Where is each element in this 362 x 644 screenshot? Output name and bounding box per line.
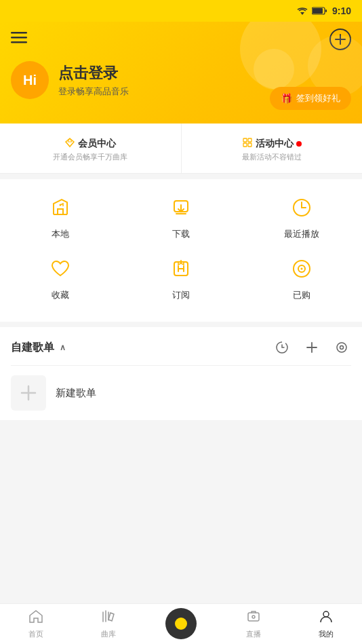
svg-marker-0 [300,12,304,15]
menu-icon[interactable] [11,32,27,48]
download-label: 下载 [172,228,190,240]
playlist-title: 自建歌单 [11,341,54,355]
settings-icon-button[interactable] [332,338,351,357]
purchased-label: 已购 [293,289,310,301]
subscribe-label: 订阅 [172,289,190,301]
profile-label: 我的 [319,629,334,639]
nav-item-profile[interactable]: 我的 [289,609,362,639]
playlist-section: 自建歌单 ∧ [0,327,362,420]
new-playlist-thumb [11,375,46,411]
activity-title: 活动中心 [242,137,302,150]
sign-button[interactable]: 🎁 签到领好礼 [270,87,351,110]
wifi-icon [297,7,308,15]
svg-point-22 [301,268,303,270]
library-icon [101,609,116,627]
local-icon [45,193,75,223]
svg-point-23 [337,343,346,352]
grid-item-download[interactable]: 下载 [147,193,215,240]
svg-rect-11 [243,138,247,142]
nav-item-play[interactable] [145,608,218,641]
playlist-header-left[interactable]: 自建歌单 ∧ [11,341,66,355]
svg-rect-14 [248,143,252,147]
download-icon [166,193,196,223]
home-icon [28,609,43,627]
local-label: 本地 [52,228,69,240]
new-playlist-item[interactable]: 新建歌单 [11,366,351,420]
play-inner-dot [175,618,187,630]
playlist-header-right [273,338,351,357]
status-time: 9:10 [332,5,351,16]
svg-rect-25 [248,613,259,621]
bg-circle-3 [254,49,294,90]
profile-icon [319,609,334,627]
grid-section: 本地 下载 [0,179,362,322]
live-icon [246,609,261,627]
user-text: 点击登录 登录畅享高品音乐 [58,63,129,98]
svg-point-27 [323,611,329,617]
home-label: 首页 [28,629,43,639]
svg-point-24 [340,346,344,349]
library-label: 曲库 [101,629,116,639]
favorite-label: 收藏 [52,289,69,301]
nav-item-home[interactable]: 首页 [0,609,73,639]
svg-rect-13 [243,143,247,147]
playlist-header: 自建歌单 ∧ [11,327,351,366]
grid-item-purchased[interactable]: 已购 [268,254,336,301]
grid-row-2: 收藏 订阅 [0,247,362,308]
battery-icon [312,7,327,15]
activity-grid-icon [242,137,253,150]
new-playlist-label: 新建歌单 [56,387,96,400]
svg-rect-2 [313,8,323,14]
gift-icon: 🎁 [281,93,292,104]
svg-rect-12 [248,138,252,142]
svg-rect-5 [11,37,27,39]
live-label: 直播 [246,629,261,639]
header: Hi 点击登录 登录畅享高品音乐 🎁 签到领好礼 [0,22,362,124]
svg-rect-4 [11,32,27,34]
bottom-nav: 首页 曲库 直播 [0,603,362,644]
recent-label: 最近播放 [284,228,319,240]
svg-marker-9 [66,138,74,147]
svg-rect-3 [325,10,327,12]
activity-center[interactable]: 活动中心 最新活动不容错过 [182,124,363,173]
vip-subtitle: 开通会员畅享千万曲库 [53,152,127,162]
grid-item-favorite[interactable]: 收藏 [26,254,94,301]
svg-rect-17 [176,213,186,214]
status-icons [297,7,327,15]
middle-section: 会员中心 开通会员畅享千万曲库 活动中心 最新活动不容错过 [0,124,362,174]
nav-item-library[interactable]: 曲库 [73,609,145,639]
login-subtitle: 登录畅享高品音乐 [58,86,129,98]
sign-btn-label: 签到领好礼 [296,92,340,105]
favorite-icon [45,254,75,284]
subscribe-icon [166,254,196,284]
activity-subtitle: 最新活动不容错过 [242,152,302,162]
vip-diamond-icon [64,137,75,150]
grid-item-recent[interactable]: 最近播放 [268,193,336,240]
vip-center[interactable]: 会员中心 开通会员畅享千万曲库 [0,124,182,173]
login-title: 点击登录 [58,63,129,83]
avatar: Hi [11,61,49,99]
grid-item-subscribe[interactable]: 订阅 [147,254,215,301]
nav-item-live[interactable]: 直播 [217,609,289,639]
recent-icon [287,193,317,223]
grid-item-local[interactable]: 本地 [26,193,94,240]
grid-row-1: 本地 下载 [0,186,362,247]
activity-red-dot [296,141,302,147]
status-bar: 9:10 [0,0,362,22]
add-playlist-button[interactable] [302,338,321,357]
svg-rect-6 [11,41,27,43]
purchased-icon [287,254,317,284]
chevron-up-icon: ∧ [60,343,66,352]
play-center-button[interactable] [165,608,197,639]
vip-title: 会员中心 [64,137,116,150]
svg-point-26 [252,615,255,618]
google-icon-button[interactable] [273,338,291,357]
